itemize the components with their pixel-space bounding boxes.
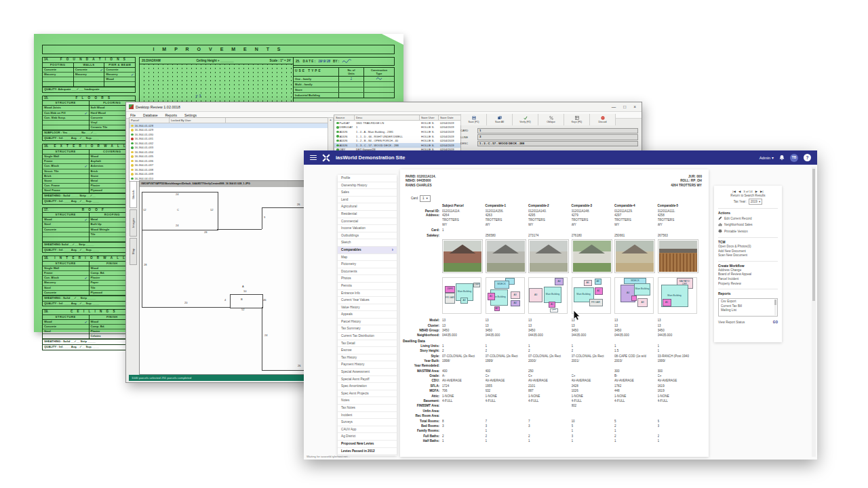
source-column-header[interactable]: Desc bbox=[355, 115, 420, 120]
sidebar-item-current-year-values[interactable]: Current Year Values bbox=[338, 297, 397, 304]
list-column-header[interactable]: Locked By User bbox=[170, 118, 226, 123]
sidebar-item-escrow[interactable]: Escrow bbox=[338, 347, 397, 354]
report-item[interactable]: Mailing List bbox=[721, 308, 772, 313]
sidebar-item-spec-amortization[interactable]: Spec Amortization bbox=[338, 383, 397, 390]
prev-record-icon[interactable]: ◀ bbox=[738, 190, 741, 193]
property-photo[interactable] bbox=[486, 239, 526, 273]
desc-input[interactable]: 1 - 3 - C - 57 - WOOD DECK - 288 bbox=[477, 141, 638, 147]
sidebar-item-comparables[interactable]: Comparables› bbox=[338, 247, 397, 254]
add-new-document-link[interactable]: Add New Document bbox=[718, 249, 778, 254]
property-photo[interactable] bbox=[614, 239, 655, 273]
sidebar-item-sales[interactable]: Sales bbox=[338, 189, 397, 197]
property-photo[interactable] bbox=[572, 239, 612, 273]
reports-listbox[interactable]: Csv ExportCurrent Tax BillMailing List bbox=[718, 298, 778, 317]
parcel-sketch[interactable]: WDECKMain BuildingA1A3A4A2 bbox=[486, 277, 525, 314]
parcel-incident-link[interactable]: Parcel Incident bbox=[718, 277, 778, 282]
sidebar-item-levies-passed-in-2012[interactable]: Levies Passed in 2012 bbox=[338, 448, 397, 455]
sidebar-item-special-assessment[interactable]: Special Assessment bbox=[338, 369, 397, 376]
minimize-icon[interactable]: — bbox=[612, 104, 616, 109]
property-photo[interactable] bbox=[528, 239, 569, 273]
sidebar-item-incident[interactable]: Incident bbox=[338, 412, 397, 420]
sidebar-item-ownership-history[interactable]: Ownership History bbox=[338, 182, 397, 190]
address-change-link[interactable]: Address Change bbox=[718, 268, 778, 273]
parcel-list[interactable]: ParcelLocked By User 16-364-01-02816-364… bbox=[129, 117, 328, 182]
board-of-review-appeal-link[interactable]: Board of Review Appeal bbox=[718, 272, 778, 277]
source-row[interactable]: ADDN1 - 1 - D - 66 - RGHT UNDER DWELLHOL… bbox=[334, 134, 460, 139]
sidebar-item-tax-summary[interactable]: Tax Summary bbox=[338, 325, 397, 333]
source-row[interactable]: ParlDAT1841 TRAILRIDGE LNHOLLIE S.02/04/… bbox=[334, 121, 460, 125]
hamburger-menu-icon[interactable] bbox=[310, 155, 317, 161]
verify-f2--button[interactable]: Verify (F2) bbox=[513, 114, 538, 125]
sidebar-item-current-tax-distribution[interactable]: Current Tax Distribution bbox=[338, 333, 397, 340]
lline-input[interactable]: 3 bbox=[477, 134, 638, 140]
property-photo[interactable] bbox=[658, 239, 698, 273]
sidebar-item-appeals[interactable]: Appeals bbox=[338, 311, 397, 319]
source-column-header[interactable]: Save Date bbox=[439, 115, 459, 120]
report-item[interactable]: Current Tax Bill bbox=[721, 304, 772, 309]
admin-menu[interactable]: Admin ▾ bbox=[760, 156, 774, 160]
sidebar-item-photos[interactable]: Photos bbox=[338, 275, 397, 283]
sidebar-item-sketch[interactable]: Sketch bbox=[338, 239, 397, 247]
source-row[interactable]: ADDN1 - 3 - C - 57 - WOOD DECK - 288HOLL… bbox=[334, 143, 460, 148]
sidebar-item-pictometry[interactable]: Pictometry bbox=[338, 261, 397, 268]
sidebar-item-tax-detail[interactable]: Tax Detail bbox=[338, 340, 397, 348]
sidebar-item-value-history[interactable]: Value History bbox=[338, 304, 397, 312]
menu-reports[interactable]: Reports bbox=[165, 113, 177, 117]
help-icon[interactable]: ? bbox=[804, 154, 811, 161]
tax-year-select[interactable]: 2019 ▾ bbox=[749, 199, 763, 205]
reports-scrollbar-thumb[interactable] bbox=[774, 300, 776, 305]
sidebar-item-surveys[interactable]: Surveys bbox=[338, 419, 397, 426]
desktop-review-titlebar[interactable]: Desktop Review 1.02.0018 — □ × bbox=[126, 102, 642, 112]
card-input[interactable]: 1 bbox=[477, 128, 638, 134]
sidebar-item-commercial[interactable]: Commercial bbox=[338, 218, 397, 226]
sidebar-item-map[interactable]: Map bbox=[338, 254, 397, 262]
list-column-header[interactable]: Parcel bbox=[130, 118, 170, 123]
sidebar-item-spec-asmt-projects[interactable]: Spec Asmt Projects bbox=[338, 390, 397, 398]
scrollbar-thumb[interactable] bbox=[812, 169, 815, 301]
scan-new-document-link[interactable]: Scan New Document bbox=[718, 253, 778, 258]
tab-sketch[interactable]: Sketch bbox=[130, 181, 137, 208]
save-f1--button[interactable]: Save (F1) bbox=[461, 114, 487, 125]
menu-file[interactable]: File bbox=[130, 113, 136, 117]
tab-map[interactable]: Map bbox=[130, 238, 137, 265]
sketch-canvas[interactable]: 2412C1224282692820A10B446522426 bbox=[140, 187, 304, 374]
return-to-search-link[interactable]: Return to Search Results bbox=[718, 194, 778, 199]
tab-images[interactable]: Images bbox=[130, 209, 137, 237]
property-photo[interactable] bbox=[442, 239, 483, 273]
maximize-icon[interactable]: □ bbox=[623, 104, 626, 109]
sidebar-item-permits[interactable]: Permits bbox=[338, 283, 397, 290]
oblique-button[interactable]: Oblique bbox=[538, 114, 564, 125]
list-column-header[interactable] bbox=[226, 118, 328, 123]
sidebar-item-tax-notes[interactable]: Tax Notes bbox=[338, 405, 397, 412]
source-row[interactable]: ADDN1 - 2 - B - 84 - OPEN PORCH - 40HOLL… bbox=[334, 138, 460, 143]
notifications-bell-icon[interactable] bbox=[779, 155, 785, 161]
page-scrollbar[interactable] bbox=[812, 167, 816, 457]
sidebar-item-special-asmt-payoff[interactable]: Special Asmt Payoff bbox=[338, 376, 397, 384]
sidebar-item-cauv-app[interactable]: CAUV App bbox=[338, 426, 397, 434]
close-icon[interactable]: × bbox=[633, 104, 636, 109]
source-column-header[interactable]: Source bbox=[334, 115, 355, 120]
save-all-button[interactable]: Save All bbox=[487, 114, 513, 125]
sidebar-item-entrance-info[interactable]: Entrance Info bbox=[338, 290, 397, 298]
user-avatar[interactable]: TB bbox=[790, 154, 798, 162]
sidebar-item-ag-district[interactable]: Ag District bbox=[338, 433, 397, 441]
next-record-icon[interactable]: ▶ bbox=[755, 190, 757, 193]
sidebar-item-income-valuation[interactable]: Income Valuation bbox=[338, 225, 397, 232]
parcel-sketch[interactable]: MA PATIO OFPMain BuildingA1 bbox=[658, 277, 697, 314]
edit-current-record-link[interactable]: Edit Current Record bbox=[718, 216, 778, 222]
discard-button[interactable]: Discard bbox=[590, 114, 616, 125]
sidebar-item-notes[interactable]: Notes bbox=[338, 397, 397, 405]
sidebar-item-agricultural[interactable]: Agricultural bbox=[338, 203, 397, 211]
sidebar-item-payment-history[interactable]: Payment History bbox=[338, 361, 397, 369]
view-report-status-link[interactable]: View Report Status bbox=[718, 321, 745, 324]
sidebar-item-documents[interactable]: Documents bbox=[338, 268, 397, 276]
source-row[interactable]: ADDN1 - 0 - A - Main Building - 2381HOLL… bbox=[334, 129, 460, 134]
sidebar-item-parcel-history[interactable]: Parcel History bbox=[338, 319, 397, 326]
sidebar-item-proposed-new-levies[interactable]: Proposed New Levies bbox=[338, 441, 397, 448]
neighborhood-sales-link[interactable]: Neighborhood Sales bbox=[718, 222, 778, 228]
source-column-header[interactable]: Save User bbox=[420, 115, 439, 120]
sidebar-item-outbuildings[interactable]: Outbuildings bbox=[338, 232, 397, 240]
first-record-icon[interactable]: |◀ bbox=[732, 190, 736, 193]
source-row[interactable]: DWELDAT1HOLLIE S.02/04/2019 bbox=[334, 125, 460, 130]
last-record-icon[interactable]: ▶| bbox=[760, 190, 764, 193]
